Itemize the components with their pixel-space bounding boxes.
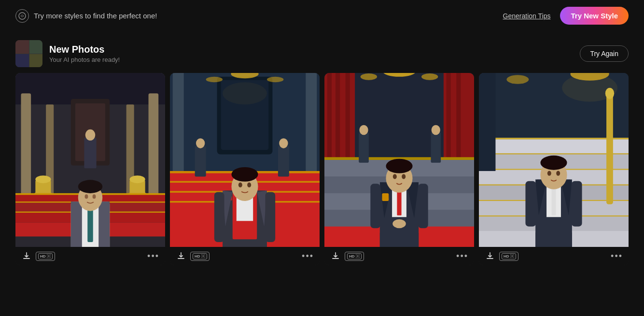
svg-point-40 — [206, 77, 223, 82]
svg-rect-100 — [418, 184, 428, 228]
svg-point-90 — [359, 125, 368, 135]
svg-rect-99 — [370, 184, 380, 228]
download-icon-2[interactable] — [176, 251, 186, 261]
svg-point-29 — [78, 180, 103, 193]
photo-card-3: HD ••• — [324, 73, 474, 265]
svg-rect-139 — [572, 181, 582, 227]
hd-badge-3[interactable]: HD — [345, 252, 364, 261]
top-bar: Try more styles to find the perfect one!… — [0, 0, 644, 31]
toolbar-left-4: HD — [485, 251, 518, 261]
more-options-1[interactable]: ••• — [147, 251, 159, 261]
section-header-left: New Photos Your AI photos are ready! — [15, 40, 120, 67]
svg-point-14 — [130, 175, 145, 183]
thumbnail-cell-1 — [15, 40, 29, 54]
download-icon-3[interactable] — [330, 251, 341, 261]
hd-badge-1[interactable]: HD — [36, 252, 55, 261]
download-icon-4[interactable] — [485, 251, 495, 261]
svg-rect-26 — [71, 201, 82, 247]
svg-rect-73 — [336, 73, 340, 160]
photo-image-2 — [170, 73, 320, 247]
svg-rect-74 — [346, 73, 350, 160]
photo-card-1: HD ••• — [15, 73, 165, 265]
svg-rect-106 — [380, 232, 396, 247]
section-subtitle: Your AI photos are ready! — [49, 56, 120, 63]
svg-rect-89 — [359, 132, 369, 163]
svg-rect-60 — [265, 192, 275, 242]
prompt-text: Try more styles to find the perfect one! — [34, 12, 157, 20]
generation-tips-link[interactable]: Generation Tips — [503, 12, 551, 20]
more-options-4[interactable]: ••• — [611, 251, 623, 261]
photo-grid: HD ••• — [0, 73, 644, 265]
svg-rect-117 — [479, 138, 629, 153]
svg-rect-145 — [557, 232, 572, 247]
svg-point-101 — [392, 219, 406, 228]
svg-point-92 — [432, 125, 440, 135]
svg-rect-76 — [456, 73, 461, 160]
svg-rect-27 — [98, 201, 110, 247]
svg-rect-125 — [479, 153, 629, 154]
svg-rect-75 — [447, 73, 451, 160]
svg-point-141 — [540, 156, 567, 170]
thumbnail-cell-4 — [29, 54, 43, 68]
svg-rect-50 — [278, 146, 289, 176]
svg-point-105 — [402, 174, 406, 179]
svg-point-41 — [267, 77, 283, 82]
thumbnail-cell-3 — [15, 54, 29, 68]
svg-rect-72 — [327, 73, 332, 160]
svg-point-30 — [85, 194, 88, 199]
photo-image-3 — [324, 73, 474, 247]
card-toolbar-2: HD ••• — [170, 247, 320, 265]
photo-card-4: HD ••• — [479, 73, 629, 265]
svg-rect-4 — [149, 93, 159, 204]
style-icon — [15, 9, 29, 23]
svg-rect-37 — [173, 73, 184, 182]
thumbnail-group — [15, 40, 42, 67]
svg-rect-107 — [402, 232, 419, 247]
svg-point-142 — [547, 171, 551, 175]
svg-rect-15 — [84, 138, 96, 168]
svg-rect-38 — [306, 73, 317, 182]
svg-rect-98 — [382, 193, 389, 201]
svg-point-104 — [393, 174, 397, 179]
svg-rect-132 — [479, 73, 495, 171]
svg-point-78 — [361, 73, 377, 80]
svg-point-79 — [421, 73, 438, 80]
photo-image-1 — [15, 73, 165, 247]
svg-point-0 — [19, 13, 26, 19]
svg-rect-144 — [535, 232, 551, 247]
download-icon-1[interactable] — [21, 251, 32, 261]
svg-point-103 — [386, 159, 412, 173]
more-options-2[interactable]: ••• — [302, 251, 314, 261]
svg-point-11 — [35, 175, 51, 183]
svg-point-63 — [238, 183, 242, 187]
more-options-3[interactable]: ••• — [456, 251, 468, 261]
svg-point-42 — [223, 82, 267, 104]
svg-point-49 — [196, 138, 205, 148]
svg-rect-48 — [195, 146, 206, 176]
toolbar-left-1: HD — [21, 251, 55, 261]
svg-point-31 — [93, 194, 96, 199]
section-info: New Photos Your AI photos are ready! — [49, 44, 120, 63]
svg-rect-59 — [214, 192, 224, 242]
hd-badge-2[interactable]: HD — [190, 252, 210, 261]
svg-rect-124 — [479, 138, 629, 139]
svg-point-143 — [556, 171, 560, 175]
try-new-style-button[interactable]: Try New Style — [560, 7, 629, 25]
photo-image-4 — [479, 73, 629, 247]
section-title: New Photos — [49, 44, 120, 55]
top-bar-left: Try more styles to find the perfect one! — [15, 9, 157, 23]
svg-point-51 — [279, 138, 288, 148]
card-toolbar-4: HD ••• — [479, 247, 629, 265]
svg-rect-138 — [525, 181, 536, 227]
hd-badge-4[interactable]: HD — [499, 252, 518, 261]
svg-rect-130 — [606, 93, 613, 204]
svg-point-16 — [85, 129, 96, 141]
card-toolbar-1: HD ••• — [15, 247, 165, 265]
photo-card-2: HD ••• — [170, 73, 320, 265]
try-again-button[interactable]: Try Again — [580, 45, 629, 62]
card-toolbar-3: HD ••• — [324, 247, 474, 265]
svg-point-64 — [247, 183, 251, 187]
toolbar-left-3: HD — [330, 251, 364, 261]
thumbnail-cell-2 — [29, 40, 43, 54]
svg-point-131 — [605, 88, 614, 99]
